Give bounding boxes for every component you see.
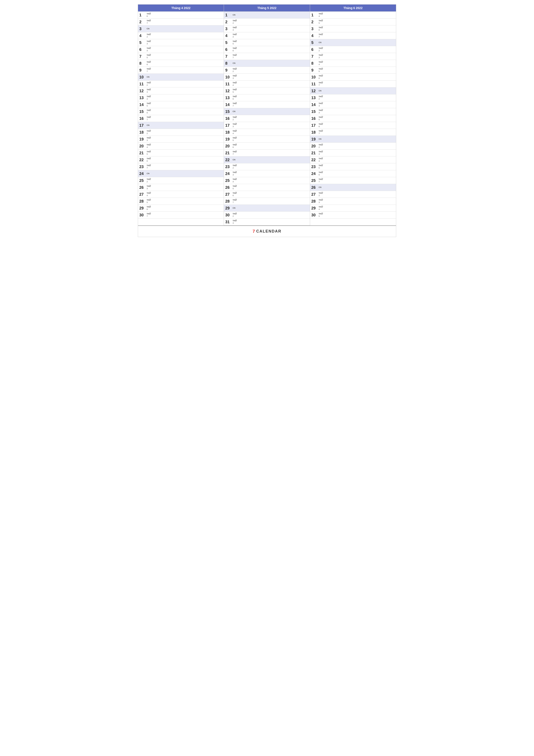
day-info: THỨ6	[147, 109, 151, 114]
day-row: 20THỨ4	[138, 143, 224, 149]
day-info: THỨ7	[233, 150, 237, 155]
day-info: THỨ3	[147, 185, 151, 190]
day-thu-num: 3	[319, 201, 323, 204]
day-info: THỨ5	[319, 68, 323, 73]
day-thu-label: THỨ	[233, 150, 237, 153]
day-row: 16THỨ2	[224, 115, 310, 122]
day-info: THỨ2	[233, 20, 237, 24]
day-number: 17	[139, 123, 146, 127]
day-thu-label: THỨ	[233, 144, 237, 146]
day-number: 15	[225, 110, 232, 114]
day-number: 6	[311, 48, 318, 51]
day-row: 6THỨ4	[138, 46, 224, 53]
day-thu-label: THỨ	[233, 54, 237, 56]
day-row: 14THỨ3	[310, 101, 396, 108]
day-row: 5THỨ3	[138, 39, 224, 46]
day-row: 1CN	[224, 12, 310, 18]
day-info: THỨ3	[233, 75, 237, 80]
day-row: 15THỨ4	[310, 108, 396, 115]
day-row: 18THỨ4	[224, 129, 310, 136]
day-thu-label: THỨ	[319, 199, 323, 201]
day-number: 20	[139, 144, 146, 148]
day-thu-num: 3	[233, 174, 237, 176]
day-info: THỨ5	[147, 199, 151, 204]
day-number: 12	[225, 89, 232, 93]
day-number: 25	[311, 179, 318, 182]
day-info: THỨ6	[233, 95, 237, 100]
day-thu-label: THỨ	[233, 68, 237, 70]
day-thu-label: THỨ	[147, 185, 151, 187]
day-number: 22	[139, 158, 146, 162]
day-info: THỨ4	[319, 157, 323, 162]
day-thu-num: 2	[233, 22, 237, 24]
day-number: 4	[311, 34, 318, 38]
day-info: THỨ3	[147, 40, 151, 45]
day-info: CN	[233, 159, 235, 161]
day-number: 10	[311, 75, 318, 79]
day-info: THỨ6	[319, 123, 323, 128]
day-thu-num: 4	[319, 15, 323, 17]
day-info: THỨ6	[233, 192, 237, 197]
day-number: 9	[139, 68, 146, 72]
day-info: THỨ6	[319, 27, 323, 31]
day-number: 23	[139, 165, 146, 169]
day-info: THỨ6	[147, 206, 151, 210]
day-info: CN	[147, 28, 149, 30]
day-info: THỨ6	[233, 144, 237, 148]
day-row: 19THỨ5	[224, 136, 310, 143]
day-thu-num: 6	[147, 160, 151, 162]
day-thu-num: 5	[147, 153, 151, 155]
day-thu-label: THỨ	[319, 13, 323, 15]
day-thu-num: 3	[319, 105, 323, 107]
day-number: 7	[139, 55, 146, 58]
day-row: 8CN	[224, 60, 310, 67]
day-info: CN	[319, 138, 321, 140]
day-number: 10	[225, 75, 232, 79]
day-info: THỨ3	[233, 220, 237, 224]
day-info: THỨ7	[319, 178, 323, 183]
day-number: 29	[139, 206, 146, 210]
day-thu-num: 5	[147, 201, 151, 204]
day-info: THỨ6	[147, 13, 151, 17]
day-info: CN	[233, 62, 235, 65]
day-thu-label: CN	[319, 41, 321, 44]
day-number: 22	[225, 158, 232, 162]
day-thu-label: THỨ	[233, 185, 237, 187]
day-thu-label: THỨ	[147, 144, 151, 146]
day-number: 15	[311, 110, 318, 114]
day-number: 3	[225, 27, 232, 31]
day-thu-label: CN	[233, 159, 235, 161]
day-thu-label: THỨ	[233, 82, 237, 84]
day-info: THỨ2	[233, 164, 237, 169]
day-thu-label: THỨ	[233, 213, 237, 215]
day-number: 17	[311, 123, 318, 127]
day-row: 2THỨ5	[310, 18, 396, 25]
day-number: 4	[139, 34, 146, 38]
day-row: 4THỨ4	[224, 32, 310, 39]
day-thu-num: 4	[319, 112, 323, 114]
day-thu-label: CN	[319, 186, 321, 189]
day-info: THỨ6	[147, 157, 151, 162]
day-info: THỨ2	[147, 178, 151, 183]
day-thu-num: 7	[233, 105, 237, 107]
day-thu-label: THỨ	[147, 157, 151, 160]
day-row: 11THỨ2	[138, 81, 224, 88]
day-info: THỨ4	[147, 192, 151, 197]
day-info: THỨ3	[319, 54, 323, 59]
day-number: 27	[225, 192, 232, 196]
day-row: 27THỨ6	[224, 191, 310, 198]
day-thu-num: 4	[319, 63, 323, 66]
day-thu-label: THỨ	[233, 137, 237, 139]
day-thu-label: THỨ	[233, 199, 237, 201]
day-number: 28	[139, 199, 146, 203]
day-info: THỨ5	[319, 20, 323, 24]
day-thu-num: 7	[319, 36, 323, 38]
day-info: THỨ4	[233, 33, 237, 38]
day-number: 13	[139, 96, 146, 100]
day-thu-num: 2	[147, 84, 151, 86]
day-number: 19	[311, 137, 318, 141]
day-thu-num: 5	[233, 187, 237, 190]
day-thu-label: THỨ	[147, 116, 151, 119]
day-thu-num: 3	[147, 91, 151, 93]
day-info: CN	[319, 41, 321, 44]
